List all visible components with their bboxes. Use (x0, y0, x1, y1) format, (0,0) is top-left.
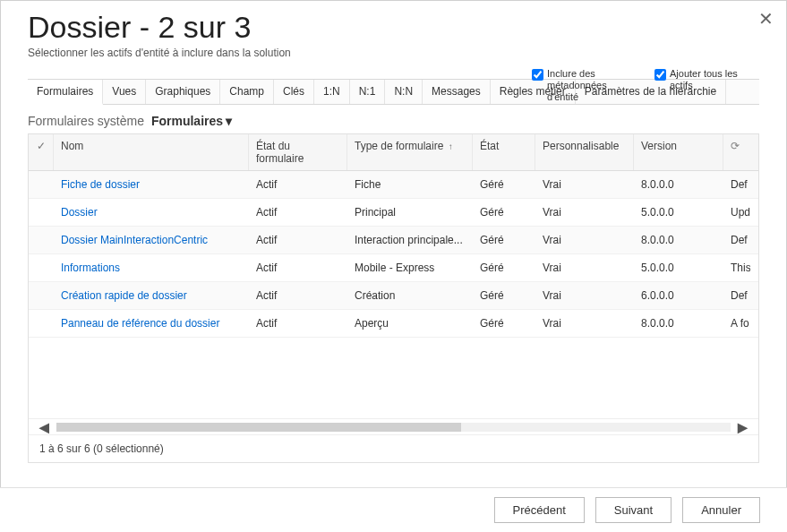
row-type-cell: Aperçu (347, 310, 473, 337)
row-status-cell: Actif (249, 171, 347, 198)
row-description-cell: A fo (723, 310, 750, 337)
view-dropdown[interactable]: Formulaires ▾ (151, 114, 232, 128)
add-all-assets-option[interactable]: Ajouter tous les actifs (654, 68, 759, 104)
row-description-cell: Def (723, 171, 750, 198)
column-version[interactable]: Version (634, 134, 723, 170)
row-select-cell[interactable] (29, 310, 54, 337)
row-customizable-cell: Vrai (535, 254, 634, 281)
column-state[interactable]: État (473, 134, 535, 170)
row-name-cell: Création rapide de dossier (54, 282, 249, 309)
tab-formulaires[interactable]: Formulaires (28, 80, 103, 105)
tab-graphiques[interactable]: Graphiques (146, 80, 220, 104)
tab-messages[interactable]: Messages (423, 80, 491, 104)
column-name[interactable]: Nom (54, 134, 249, 170)
row-status-cell: Actif (249, 254, 347, 281)
chevron-down-icon: ▾ (226, 114, 232, 128)
column-form-type-label: Type de formulaire (355, 140, 443, 152)
row-customizable-cell: Vrai (535, 171, 634, 198)
form-name-link[interactable]: Informations (61, 262, 120, 274)
dialog-header: Dossier - 2 sur 3 Sélectionner les actif… (1, 1, 786, 66)
form-name-link[interactable]: Dossier (61, 206, 98, 219)
tab-n-1[interactable]: N:1 (350, 80, 386, 104)
next-button[interactable]: Suivant (595, 497, 672, 523)
row-name-cell: Dossier MainInteractionCentric (54, 227, 249, 253)
tab-vues[interactable]: Vues (103, 80, 146, 104)
close-icon: ✕ (758, 9, 774, 29)
include-metadata-checkbox[interactable] (532, 69, 543, 81)
scroll-thumb[interactable] (56, 423, 461, 432)
table-row[interactable]: DossierActifPrincipalGéréVrai5.0.0.0Upd (29, 199, 758, 227)
grid-empty-space (29, 338, 758, 418)
form-name-link[interactable]: Création rapide de dossier (61, 289, 187, 302)
tab-1-n[interactable]: 1:N (314, 80, 350, 104)
row-state-cell: Géré (473, 171, 535, 198)
row-description-cell: Upd (723, 199, 750, 226)
table-row[interactable]: Création rapide de dossierActifCréationG… (29, 282, 758, 310)
view-dropdown-label: Formulaires (151, 114, 223, 128)
row-state-cell: Géré (473, 227, 535, 253)
scroll-left-icon[interactable]: ◀ (36, 420, 53, 434)
close-button[interactable]: ✕ (758, 10, 774, 28)
add-all-assets-label: Ajouter tous les actifs (670, 68, 759, 91)
row-state-cell: Géré (473, 282, 535, 309)
row-status-cell: Actif (249, 227, 347, 253)
row-version-cell: 5.0.0.0 (634, 199, 723, 226)
tab-n-n[interactable]: N:N (385, 80, 423, 104)
row-status-cell: Actif (249, 199, 347, 226)
row-customizable-cell: Vrai (535, 227, 634, 253)
check-icon: ✓ (37, 140, 46, 152)
header-options: Inclure des métadonnées d'entité Ajouter… (532, 68, 759, 104)
column-customizable[interactable]: Personnalisable (535, 134, 634, 170)
table-row[interactable]: Fiche de dossierActifFicheGéréVrai8.0.0.… (29, 171, 758, 199)
add-all-assets-checkbox[interactable] (654, 69, 666, 81)
row-state-cell: Géré (473, 254, 535, 281)
page-subtitle: Sélectionner les actifs d'entité à inclu… (28, 47, 759, 59)
row-version-cell: 8.0.0.0 (634, 171, 723, 198)
row-description-cell: Def (723, 227, 750, 253)
cancel-button[interactable]: Annuler (682, 497, 760, 523)
form-name-link[interactable]: Dossier MainInteractionCentric (61, 234, 208, 246)
page-title: Dossier - 2 sur 3 (28, 10, 759, 45)
form-name-link[interactable]: Fiche de dossier (61, 178, 140, 191)
tab-cl-s[interactable]: Clés (274, 80, 314, 104)
column-form-status[interactable]: État du formulaire (249, 134, 347, 170)
table-row[interactable]: InformationsActifMobile - ExpressGéréVra… (29, 254, 758, 282)
row-select-cell[interactable] (29, 171, 54, 198)
section-header: Formulaires système Formulaires ▾ (1, 105, 786, 133)
tab-champ[interactable]: Champ (220, 80, 274, 104)
refresh-button[interactable]: ⟳ (723, 134, 747, 170)
row-version-cell: 6.0.0.0 (634, 282, 723, 309)
include-metadata-option[interactable]: Inclure des métadonnées d'entité (532, 68, 637, 104)
row-select-cell[interactable] (29, 254, 54, 281)
section-title: Formulaires système (28, 114, 144, 128)
row-type-cell: Interaction principale... (347, 227, 473, 253)
row-name-cell: Panneau de référence du dossier (54, 310, 249, 337)
row-select-cell[interactable] (29, 282, 54, 309)
row-version-cell: 8.0.0.0 (634, 227, 723, 253)
row-type-cell: Principal (347, 199, 473, 226)
table-row[interactable]: Panneau de référence du dossierActifAper… (29, 310, 758, 338)
scroll-track[interactable] (56, 423, 731, 432)
select-all-column[interactable]: ✓ (29, 134, 54, 170)
forms-grid: ✓ Nom État du formulaire Type de formula… (28, 133, 759, 463)
row-name-cell: Informations (54, 254, 249, 281)
row-type-cell: Mobile - Express (347, 254, 473, 281)
table-row[interactable]: Dossier MainInteractionCentricActifInter… (29, 227, 758, 254)
row-select-cell[interactable] (29, 227, 54, 253)
row-description-cell: Def (723, 282, 750, 309)
scroll-right-icon[interactable]: ▶ (734, 420, 751, 434)
horizontal-scrollbar[interactable]: ◀ ▶ (29, 418, 758, 434)
form-name-link[interactable]: Panneau de référence du dossier (61, 317, 219, 330)
row-state-cell: Géré (473, 199, 535, 226)
row-status-cell: Actif (249, 282, 347, 309)
row-state-cell: Géré (473, 310, 535, 337)
row-customizable-cell: Vrai (535, 310, 634, 337)
column-form-type[interactable]: Type de formulaire ↑ (347, 134, 473, 170)
row-version-cell: 8.0.0.0 (634, 310, 723, 337)
row-type-cell: Création (347, 282, 473, 309)
include-metadata-label: Inclure des métadonnées d'entité (547, 68, 637, 104)
row-select-cell[interactable] (29, 199, 54, 226)
previous-button[interactable]: Précédent (494, 497, 585, 523)
row-customizable-cell: Vrai (535, 199, 634, 226)
row-version-cell: 5.0.0.0 (634, 254, 723, 281)
